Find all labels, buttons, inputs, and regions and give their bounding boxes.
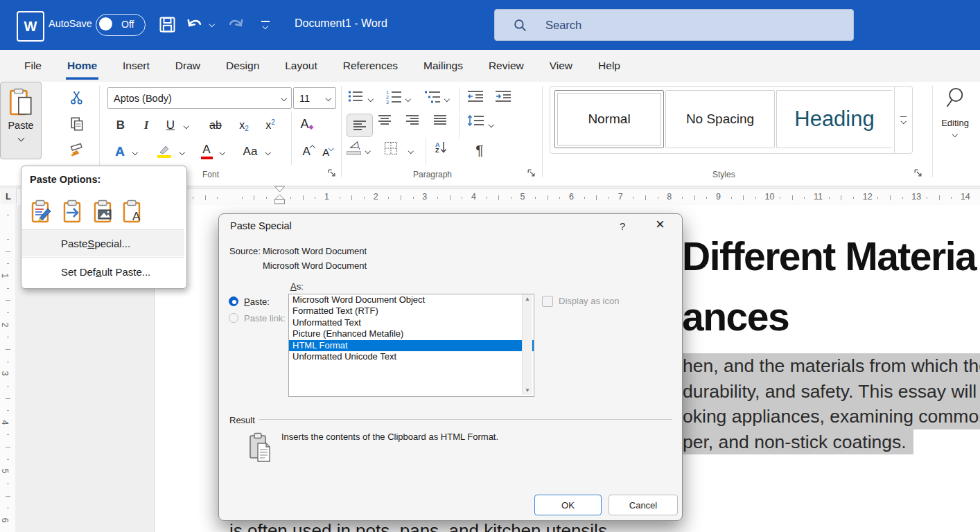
- scroll-down-icon[interactable]: ▼: [525, 387, 530, 393]
- tab-insert[interactable]: Insert: [121, 52, 151, 80]
- shrink-font-button[interactable]: A: [319, 141, 337, 162]
- paste-picture-button[interactable]: [91, 199, 116, 224]
- style-heading[interactable]: Heading: [776, 90, 892, 148]
- style-normal[interactable]: Normal: [554, 90, 664, 148]
- numbering-button[interactable]: 123: [385, 90, 402, 104]
- ok-button[interactable]: OK: [534, 495, 602, 515]
- text-effects-button[interactable]: A: [111, 141, 129, 162]
- paste-keep-source-formatting-button[interactable]: [30, 199, 55, 224]
- borders-chevron-icon[interactable]: [408, 148, 414, 154]
- paragraph-dialog-launcher[interactable]: [527, 168, 536, 177]
- clear-formatting-button[interactable]: A◆: [297, 114, 317, 134]
- quick-access-overflow-icon[interactable]: [261, 21, 270, 22]
- cancel-button[interactable]: Cancel: [609, 495, 678, 515]
- underline-chevron-icon[interactable]: [184, 123, 189, 129]
- increase-indent-button[interactable]: [495, 90, 511, 103]
- bullets-chevron-icon[interactable]: [368, 96, 374, 102]
- search-box[interactable]: Search: [494, 9, 854, 41]
- as-option[interactable]: Picture (Enhanced Metafile): [289, 328, 534, 339]
- superscript-button[interactable]: x2: [262, 115, 279, 136]
- styles-dialog-launcher[interactable]: [913, 168, 922, 177]
- change-case-button[interactable]: Aa: [240, 141, 261, 162]
- tab-review[interactable]: Review: [487, 52, 525, 80]
- word-logo-icon[interactable]: W: [17, 11, 44, 42]
- styles-gallery-more-button[interactable]: [894, 86, 913, 154]
- line-spacing-chevron-icon[interactable]: [489, 122, 494, 127]
- undo-dropdown-icon[interactable]: [209, 21, 215, 27]
- font-color-button[interactable]: A: [198, 140, 215, 162]
- undo-button[interactable]: [186, 15, 204, 34]
- paste-merge-formatting-button[interactable]: [60, 199, 85, 224]
- style-no-spacing[interactable]: No Spacing: [665, 90, 775, 148]
- italic-button[interactable]: I: [140, 115, 152, 136]
- as-listbox[interactable]: Microsoft Word Document ObjectFormatted …: [288, 294, 534, 397]
- justify-button[interactable]: [434, 115, 446, 125]
- tab-layout[interactable]: Layout: [283, 52, 319, 80]
- show-hide-pilcrow-button[interactable]: ¶: [471, 140, 488, 161]
- tab-references[interactable]: References: [342, 52, 399, 80]
- borders-button[interactable]: [384, 141, 398, 155]
- svg-text:A: A: [132, 210, 141, 223]
- as-option[interactable]: Microsoft Word Document Object: [289, 294, 534, 305]
- font-color-letter: A: [202, 143, 210, 157]
- multilevel-list-button[interactable]: [424, 90, 441, 104]
- as-option[interactable]: HTML Format: [289, 340, 534, 351]
- as-option[interactable]: Unformatted Text: [289, 317, 534, 328]
- copy-button[interactable]: [69, 116, 85, 132]
- grow-font-button[interactable]: A: [299, 141, 317, 162]
- align-right-button[interactable]: [406, 115, 419, 125]
- paste-button[interactable]: Paste: [0, 82, 42, 159]
- tab-mailings[interactable]: Mailings: [422, 52, 464, 80]
- quick-access-overflow-chevron-icon[interactable]: [263, 24, 268, 29]
- highlight-chevron-icon[interactable]: [180, 150, 185, 155]
- align-center-button[interactable]: [378, 115, 391, 125]
- underline-button[interactable]: U: [164, 115, 177, 136]
- font-dialog-launcher[interactable]: [327, 168, 336, 177]
- font-name-combo[interactable]: Aptos (Body): [107, 87, 292, 109]
- multilevel-chevron-icon[interactable]: [444, 96, 450, 102]
- tab-view[interactable]: View: [548, 52, 574, 80]
- align-left-button[interactable]: [347, 114, 373, 137]
- tab-help[interactable]: Help: [597, 52, 622, 80]
- font-size-combo[interactable]: 11: [293, 87, 336, 109]
- highlight-button[interactable]: [154, 140, 175, 162]
- menu-item-set-default-paste[interactable]: Set Default Paste...: [22, 258, 184, 285]
- dialog-help-button[interactable]: ?: [620, 220, 625, 232]
- bold-button[interactable]: B: [113, 115, 128, 136]
- paste-clipboard-icon: [8, 88, 33, 117]
- bullets-button[interactable]: [348, 90, 363, 103]
- tab-home[interactable]: Home: [66, 52, 98, 80]
- indent-markers[interactable]: [274, 186, 286, 205]
- line-spacing-button[interactable]: [467, 115, 484, 126]
- ruler-tick: [645, 195, 646, 200]
- tab-file[interactable]: File: [23, 52, 43, 80]
- paste-keep-text-only-button[interactable]: A: [121, 199, 146, 224]
- listbox-scrollbar[interactable]: ▲ ▼: [522, 294, 532, 395]
- shading-chevron-icon[interactable]: [365, 148, 371, 154]
- autosave-toggle[interactable]: Off: [96, 14, 146, 36]
- dialog-close-button[interactable]: ×: [656, 215, 665, 233]
- vertical-ruler[interactable]: 123456: [0, 205, 16, 532]
- strikethrough-button[interactable]: ab: [206, 115, 225, 136]
- menu-item-paste-special[interactable]: Paste Special...: [22, 230, 184, 256]
- cut-button[interactable]: [69, 90, 85, 105]
- scroll-up-icon[interactable]: ▲: [525, 296, 530, 302]
- editing-group-button[interactable]: Editing: [934, 87, 976, 170]
- font-color-chevron-icon[interactable]: [220, 150, 225, 155]
- paste-radio[interactable]: [229, 296, 238, 306]
- sort-button[interactable]: AZ: [435, 141, 447, 154]
- save-button[interactable]: [159, 16, 176, 33]
- ruler-number: 9: [716, 192, 721, 202]
- as-option[interactable]: Unformatted Unicode Text: [289, 351, 534, 362]
- as-option[interactable]: Formatted Text (RTF): [289, 305, 534, 317]
- tab-selector[interactable]: L: [1, 188, 17, 204]
- format-painter-button[interactable]: [69, 143, 85, 158]
- tab-draw[interactable]: Draw: [174, 52, 202, 80]
- decrease-indent-button[interactable]: [467, 90, 484, 103]
- change-case-chevron-icon[interactable]: [265, 150, 271, 155]
- subscript-button[interactable]: x2: [236, 115, 252, 136]
- tab-design[interactable]: Design: [225, 52, 261, 80]
- text-effects-chevron-icon[interactable]: [132, 150, 138, 155]
- shading-button[interactable]: [347, 140, 361, 155]
- numbering-chevron-icon[interactable]: [405, 96, 411, 102]
